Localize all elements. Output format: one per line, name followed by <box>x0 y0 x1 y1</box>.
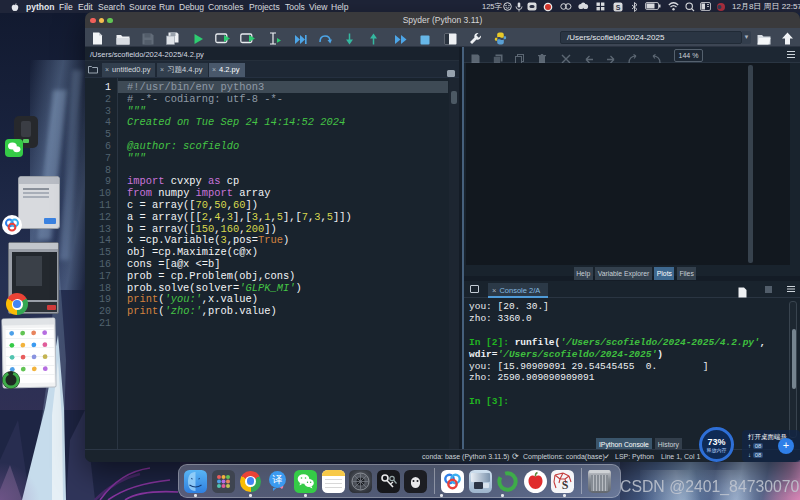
svg-text:S: S <box>562 478 569 492</box>
svg-text:译: 译 <box>271 474 282 485</box>
svg-text:S: S <box>616 4 621 11</box>
